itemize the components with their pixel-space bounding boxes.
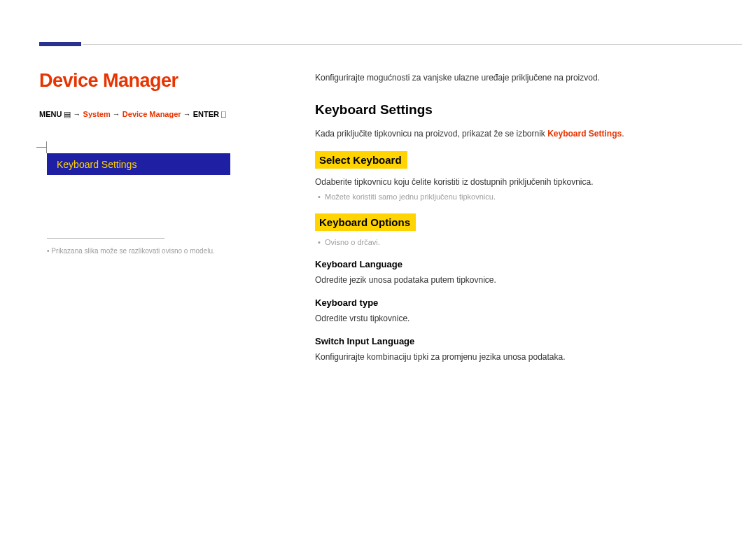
breadcrumb-system: System: [83, 110, 111, 118]
top-divider: [83, 44, 742, 45]
enter-icon: ⎕: [221, 110, 228, 118]
settings-menu: Keyboard Settings Prikazana slika može s…: [47, 153, 236, 255]
sidebar-item-label: Keyboard Settings: [57, 159, 136, 170]
menu-indicator-v: [46, 141, 47, 153]
content-column: Konfigurirajte mogućnosti za vanjske ula…: [315, 73, 714, 370]
keyboard-language-title: Keyboard Language: [315, 259, 714, 269]
hint-pre: Kada priključite tipkovnicu na proizvod,…: [315, 129, 547, 139]
breadcrumb: MENU ▤ → System → Device Manager → ENTER…: [39, 110, 270, 119]
breadcrumb-enter-label: ENTER: [193, 110, 219, 118]
select-keyboard-bullet: Možete koristiti samo jednu priključenu …: [325, 192, 714, 201]
breadcrumb-device-manager: Device Manager: [122, 110, 181, 118]
select-keyboard-desc: Odaberite tipkovnicu koju čelite koristi…: [315, 176, 714, 188]
breadcrumb-menu-label: MENU: [39, 110, 62, 118]
switch-input-language-desc: Konfigurirajte kombinaciju tipki za prom…: [315, 351, 714, 363]
top-accent-bar: [39, 42, 81, 46]
section-keyboard-settings-title: Keyboard Settings: [315, 102, 714, 118]
hint-highlight: Keyboard Settings: [547, 129, 622, 139]
keyboard-options-title: Keyboard Options: [315, 213, 416, 231]
keyboard-type-title: Keyboard type: [315, 297, 714, 308]
select-keyboard-title: Select Keyboard: [315, 151, 407, 169]
keyboard-type-desc: Odredite vrstu tipkovnice.: [315, 312, 714, 325]
keyboard-settings-hint: Kada priključite tipkovnicu na proizvod,…: [315, 127, 714, 140]
model-footnote: Prikazana slika može se razlikovati ovis…: [47, 247, 236, 255]
keyboard-options-bullet: Ovisno o drčavi.: [325, 238, 714, 246]
left-column: Device Manager MENU ▤ → System → Device …: [39, 70, 270, 137]
sidebar-item-keyboard-settings[interactable]: Keyboard Settings: [47, 153, 230, 175]
page-title: Device Manager: [39, 70, 270, 92]
left-footnote-divider: [47, 238, 164, 239]
keyboard-language-desc: Odredite jezik unosa podataka putem tipk…: [315, 274, 714, 286]
switch-input-language-title: Switch Input Language: [315, 336, 714, 346]
hint-post: .: [622, 129, 624, 139]
intro-text: Konfigurirajte mogućnosti za vanjske ula…: [315, 73, 714, 83]
select-keyboard-section: Select Keyboard Odaberite tipkovnicu koj…: [315, 151, 714, 201]
keyboard-options-section: Keyboard Options Ovisno o drčavi. Keyboa…: [315, 213, 714, 363]
menu-indicator-h: [36, 147, 46, 148]
menu-icon: ▤: [64, 110, 71, 119]
